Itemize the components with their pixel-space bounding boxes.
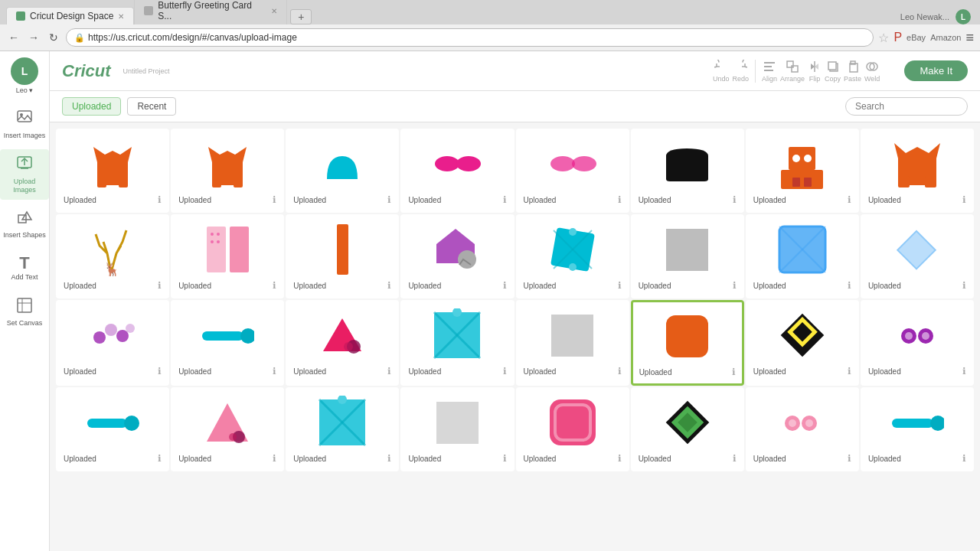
toolbar-flip[interactable]: Flip: [808, 60, 822, 83]
image-card-21[interactable]: Uploaded ℹ: [516, 300, 629, 386]
image-card-27[interactable]: Uploaded ℹ: [286, 387, 399, 471]
image-card-17[interactable]: Uploaded ℹ: [56, 300, 169, 386]
refresh-button[interactable]: ↻: [46, 30, 61, 45]
image-card-22[interactable]: Uploaded ℹ: [631, 300, 744, 386]
info-icon-28[interactable]: ℹ: [503, 453, 507, 464]
toolbar-align[interactable]: Align: [762, 60, 777, 83]
info-icon-21[interactable]: ℹ: [618, 366, 622, 377]
toolbar-undo[interactable]: Undo: [713, 60, 730, 83]
info-icon-10[interactable]: ℹ: [273, 280, 276, 291]
image-card-12[interactable]: Uploaded ℹ: [400, 214, 514, 298]
toolbar-paste[interactable]: Paste: [844, 60, 861, 83]
info-icon-30[interactable]: ℹ: [733, 453, 737, 464]
image-card-23[interactable]: Uploaded ℹ: [746, 300, 859, 386]
image-card-10[interactable]: Uploaded ℹ: [171, 214, 284, 298]
image-card-6[interactable]: Uploaded ℹ: [631, 129, 744, 213]
image-card-30[interactable]: Uploaded ℹ: [631, 387, 744, 471]
image-card-20[interactable]: Uploaded ℹ: [400, 300, 514, 386]
info-icon-13[interactable]: ℹ: [618, 280, 622, 291]
info-icon-16[interactable]: ℹ: [962, 280, 966, 291]
filter-uploaded-btn[interactable]: Uploaded: [62, 97, 121, 116]
filter-recent-btn[interactable]: Recent: [127, 97, 176, 116]
amazon-icon[interactable]: Amazon: [930, 33, 961, 42]
image-card-5[interactable]: Uploaded ℹ: [516, 129, 629, 213]
sidebar-item-insert-images[interactable]: Insert Images: [0, 103, 49, 146]
image-card-9[interactable]: 🦌 Uploaded ℹ: [56, 214, 169, 298]
info-icon-20[interactable]: ℹ: [503, 366, 507, 377]
image-card-13[interactable]: Uploaded ℹ: [516, 214, 629, 298]
image-card-19[interactable]: Uploaded ℹ: [286, 300, 399, 386]
search-input[interactable]: [845, 97, 968, 116]
sidebar-item-upload-images[interactable]: Upload Images: [0, 149, 49, 201]
make-button[interactable]: Make It: [904, 60, 968, 81]
menu-icon[interactable]: ≡: [965, 30, 974, 46]
tab-cricut[interactable]: Cricut Design Space ✕: [6, 7, 134, 24]
image-card-25[interactable]: Uploaded ℹ: [56, 387, 169, 471]
info-icon-25[interactable]: ℹ: [158, 453, 162, 464]
url-bar[interactable]: 🔒 https://us.cricut.com/design/#/canvas/…: [66, 28, 874, 47]
tab-close-cricut[interactable]: ✕: [118, 12, 124, 21]
info-icon-29[interactable]: ℹ: [618, 453, 622, 464]
image-card-11[interactable]: Uploaded ℹ: [286, 214, 399, 298]
info-icon-5[interactable]: ℹ: [618, 194, 622, 205]
info-icon-3[interactable]: ℹ: [387, 194, 391, 205]
info-icon-2[interactable]: ℹ: [273, 194, 276, 205]
image-card-7[interactable]: Uploaded ℹ: [746, 129, 859, 213]
info-icon-26[interactable]: ℹ: [273, 453, 276, 464]
new-tab-button[interactable]: +: [290, 9, 312, 24]
image-card-3[interactable]: Uploaded ℹ: [286, 129, 399, 213]
image-card-1[interactable]: Uploaded ℹ: [56, 129, 169, 213]
sidebar-item-set-canvas[interactable]: Set Canvas: [0, 291, 49, 334]
info-icon-27[interactable]: ℹ: [387, 453, 391, 464]
pinterest-icon[interactable]: P: [893, 31, 902, 44]
toolbar-weld[interactable]: Weld: [864, 60, 880, 83]
ebay-icon[interactable]: eBay: [906, 33, 926, 42]
tab-close-butterfly[interactable]: ✕: [271, 7, 277, 15]
info-icon-8[interactable]: ℹ: [962, 194, 966, 205]
info-icon-17[interactable]: ℹ: [158, 366, 162, 377]
sidebar-item-insert-shapes[interactable]: Insert Shapes: [0, 203, 49, 246]
image-card-29[interactable]: Uploaded ℹ: [516, 387, 629, 471]
image-card-15[interactable]: Uploaded ℹ: [746, 214, 859, 298]
image-card-8[interactable]: Uploaded ℹ: [861, 129, 974, 213]
image-card-4[interactable]: Uploaded ℹ: [400, 129, 514, 213]
image-card-26[interactable]: Uploaded ℹ: [171, 387, 284, 471]
back-button[interactable]: ←: [6, 30, 21, 45]
info-icon-19[interactable]: ℹ: [387, 366, 391, 377]
info-icon-18[interactable]: ℹ: [273, 366, 276, 377]
image-card-2[interactable]: Uploaded ℹ: [171, 129, 284, 213]
info-icon-14[interactable]: ℹ: [733, 280, 737, 291]
info-icon-24[interactable]: ℹ: [962, 366, 966, 377]
svg-rect-31: [781, 170, 823, 189]
image-card-24[interactable]: Uploaded ℹ: [861, 300, 974, 386]
tab-butterfly[interactable]: Butterfly Greeting Card S... ✕: [134, 0, 287, 24]
info-icon-23[interactable]: ℹ: [848, 366, 851, 377]
image-card-31[interactable]: Uploaded ℹ: [746, 387, 859, 471]
info-icon-15[interactable]: ℹ: [848, 280, 851, 291]
image-card-16[interactable]: Uploaded ℹ: [861, 214, 974, 298]
info-icon-12[interactable]: ℹ: [503, 280, 507, 291]
info-icon-7[interactable]: ℹ: [848, 194, 851, 205]
image-card-32[interactable]: Uploaded ℹ: [861, 387, 974, 471]
info-icon-9[interactable]: ℹ: [158, 280, 162, 291]
toolbar-arrange[interactable]: Arrange: [780, 60, 805, 83]
sidebar-item-add-text[interactable]: T Add Text: [0, 249, 49, 288]
toolbar-redo[interactable]: Redo: [732, 60, 749, 83]
toolbar-copy[interactable]: Copy: [825, 60, 841, 83]
image-card-18[interactable]: Uploaded ℹ: [171, 300, 284, 386]
insert-images-label: Insert Images: [4, 132, 46, 140]
info-icon-32[interactable]: ℹ: [962, 453, 966, 464]
info-icon-22[interactable]: ℹ: [732, 367, 736, 377]
info-icon-31[interactable]: ℹ: [848, 453, 851, 464]
info-icon-6[interactable]: ℹ: [733, 194, 737, 205]
image-card-28[interactable]: Uploaded ℹ: [400, 387, 514, 471]
info-icon-4[interactable]: ℹ: [503, 194, 507, 205]
info-icon-11[interactable]: ℹ: [387, 280, 391, 291]
info-icon-1[interactable]: ℹ: [158, 194, 162, 205]
image-card-14[interactable]: Uploaded ℹ: [631, 214, 744, 298]
account-avatar[interactable]: L: [956, 9, 971, 24]
bookmark-icon[interactable]: ☆: [878, 31, 889, 45]
user-account[interactable]: Leo Newak...: [900, 12, 949, 21]
forward-button[interactable]: →: [26, 30, 41, 45]
sidebar-user-profile[interactable]: L Leo ▾: [11, 57, 38, 94]
